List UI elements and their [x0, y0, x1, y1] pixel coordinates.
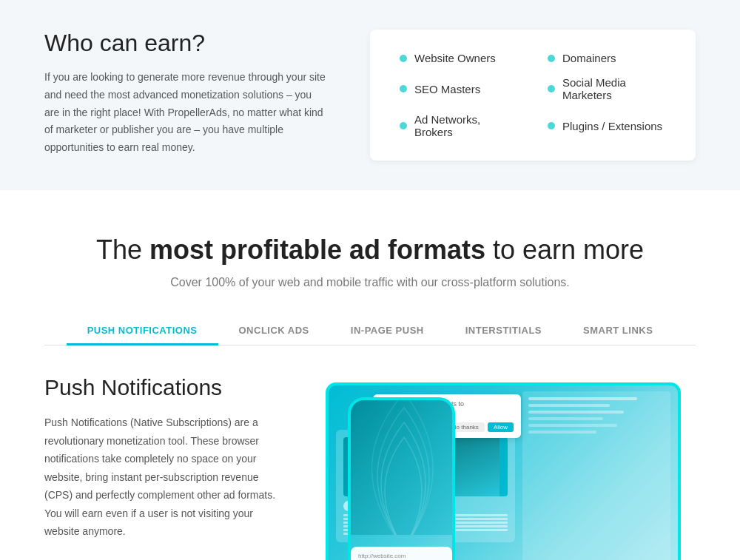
push-description: Push Notifications (Native Subscriptions…	[44, 414, 281, 541]
list-item: SEO Masters	[400, 76, 518, 101]
bullet-dot-icon	[548, 55, 555, 62]
list-item-label: SEO Masters	[414, 83, 480, 95]
who-can-earn-section: Who can earn? If you are looking to gene…	[0, 0, 740, 190]
list-item: Domainers	[548, 52, 666, 64]
bullet-dot-icon	[400, 122, 407, 129]
bullet-dot-icon	[400, 55, 407, 62]
sidebar-line	[528, 404, 610, 407]
heading-bold: most profitable ad formats	[149, 235, 485, 265]
tab-interstitials[interactable]: INTERSTITIALS	[445, 316, 562, 345]
tab-smart-links[interactable]: SMART LINKS	[562, 316, 673, 345]
push-notifications-section: Push Notifications Push Notifications (N…	[0, 345, 740, 560]
bullet-dot-icon	[400, 85, 407, 92]
sidebar-line	[528, 431, 596, 434]
formats-heading: The most profitable ad formats to earn m…	[44, 235, 696, 266]
list-item-label: Ad Networks, Brokers	[414, 113, 518, 138]
tab-push-notifications[interactable]: PUSH NOTIFICATIONS	[67, 316, 218, 345]
sidebar-line	[528, 417, 603, 420]
phone-screen-bg	[351, 400, 452, 535]
who-description: If you are looking to generate more reve…	[44, 69, 326, 157]
formats-subtitle: Cover 100% of your web and mobile traffi…	[44, 276, 696, 289]
list-item: Plugins / Extensions	[548, 113, 666, 138]
list-item: Social Media Marketers	[548, 76, 666, 101]
phone-mockup: http://website.com wants to send you not…	[348, 397, 455, 560]
push-left-content: Push Notifications Push Notifications (N…	[44, 375, 281, 560]
bullet-dot-icon	[548, 122, 555, 129]
sidebar-line	[528, 424, 617, 427]
list-item-label: Domainers	[562, 52, 616, 64]
sidebar-lines	[522, 391, 670, 443]
heading-end: to earn more	[485, 235, 644, 265]
bullet-dot-icon	[548, 85, 555, 92]
list-item: Ad Networks, Brokers	[400, 113, 518, 138]
list-item-label: Plugins / Extensions	[562, 120, 662, 132]
list-item-label: Social Media Marketers	[562, 76, 666, 101]
ad-formats-section: The most profitable ad formats to earn m…	[0, 190, 740, 345]
device-mockups: http://website.com wants to send you not…	[326, 375, 696, 560]
sidebar-line	[528, 397, 637, 400]
laptop-right-content	[522, 391, 670, 560]
svg-rect-0	[351, 400, 452, 535]
list-item-label: Website Owners	[414, 52, 496, 64]
laptop-allow-button[interactable]: Allow	[488, 422, 514, 432]
who-title: Who can earn?	[44, 30, 326, 57]
who-left-content: Who can earn? If you are looking to gene…	[44, 30, 326, 157]
ad-format-tabs: PUSH NOTIFICATIONS ONCLICK ADS IN-PAGE P…	[44, 316, 696, 345]
sidebar-line	[528, 411, 624, 414]
phone-notif-url: http://website.com	[358, 553, 445, 559]
list-item: Website Owners	[400, 52, 518, 64]
tab-in-page-push[interactable]: IN-PAGE PUSH	[330, 316, 445, 345]
tab-onclick-ads[interactable]: ONCLICK ADS	[218, 316, 330, 345]
heading-normal: The	[96, 235, 149, 265]
push-title: Push Notifications	[44, 375, 281, 400]
phone-notification: http://website.com wants to send you not…	[351, 547, 452, 560]
who-right-list: Website Owners Domainers SEO Masters Soc…	[370, 30, 696, 161]
